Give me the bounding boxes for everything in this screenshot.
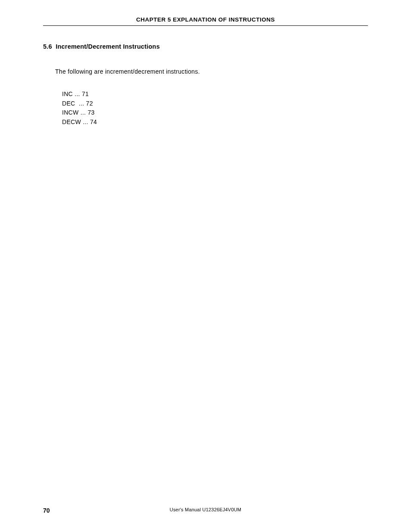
instruction-name: DEC	[62, 100, 75, 107]
list-item: DEC ... 72	[62, 99, 368, 109]
page-number: 70	[43, 507, 50, 514]
instruction-name: DECW	[62, 118, 81, 125]
list-item: INCW ... 73	[62, 108, 368, 118]
instruction-page: 71	[82, 90, 89, 97]
section-title-text: Increment/Decrement Instructions	[56, 43, 160, 50]
footer-manual-text: User's Manual U12326EJ4V0UM	[170, 507, 241, 512]
page-footer: 70 User's Manual U12326EJ4V0UM	[43, 507, 368, 514]
chapter-header-text: CHAPTER 5 EXPLANATION OF INSTRUCTIONS	[136, 16, 275, 23]
instruction-name: INC	[62, 90, 73, 97]
instruction-page: 74	[90, 118, 97, 125]
intro-text: The following are increment/decrement in…	[55, 68, 368, 75]
instruction-page: 73	[87, 109, 94, 116]
list-item: DECW ... 74	[62, 118, 368, 127]
instruction-page: 72	[86, 100, 93, 107]
instruction-name: INCW	[62, 109, 79, 116]
instruction-list: INC ... 71 DEC ... 72 INCW ... 73 DECW .…	[62, 90, 368, 127]
section-number: 5.6	[43, 43, 52, 50]
list-item: INC ... 71	[62, 90, 368, 99]
chapter-header: CHAPTER 5 EXPLANATION OF INSTRUCTIONS	[43, 16, 368, 26]
section-title: 5.6 Increment/Decrement Instructions	[43, 43, 368, 50]
page-container: CHAPTER 5 EXPLANATION OF INSTRUCTIONS 5.…	[0, 0, 411, 532]
